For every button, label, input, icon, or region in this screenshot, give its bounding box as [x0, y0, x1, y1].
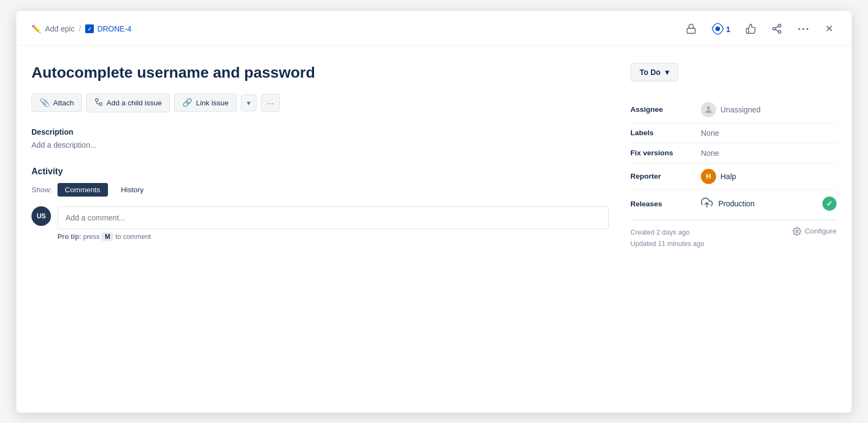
svg-point-11: [796, 230, 798, 232]
svg-line-5: [775, 29, 778, 31]
assignee-row: Assignee Unassigned: [630, 97, 837, 123]
fix-versions-text: None: [701, 149, 719, 157]
share-icon: [771, 23, 782, 34]
svg-rect-8: [100, 103, 103, 105]
labels-value[interactable]: None: [701, 129, 837, 137]
issue-title[interactable]: Autocomplete username and password: [31, 63, 609, 83]
more-actions-button[interactable]: ···: [261, 94, 280, 112]
labels-label: Labels: [630, 129, 701, 137]
more-button[interactable]: ···: [794, 21, 813, 37]
pro-tip: Pro tip: press M to comment: [58, 232, 609, 241]
activity-title: Activity: [31, 167, 609, 176]
attach-label: Attach: [53, 99, 74, 107]
watch-icon: [712, 23, 724, 35]
comment-input-wrap: [58, 206, 609, 229]
link-issue-label: Link issue: [196, 99, 228, 107]
status-chevron: ▾: [665, 68, 669, 77]
svg-point-9: [707, 106, 710, 110]
svg-point-1: [716, 27, 719, 30]
right-panel: To Do ▾ Assignee Unassigned Labels None: [630, 63, 837, 250]
close-icon: ✕: [825, 23, 833, 35]
meta-text: Created 2 days ago Updated 11 minutes ag…: [630, 227, 704, 250]
reporter-value[interactable]: H Halp: [701, 169, 837, 184]
reporter-text: Halp: [720, 172, 736, 181]
svg-rect-7: [95, 99, 98, 102]
like-button[interactable]: [742, 21, 760, 36]
dropdown-button[interactable]: ▾: [241, 94, 257, 111]
activity-section: Activity Show: Comments History US Pro t…: [31, 167, 609, 241]
breadcrumb-issue-link[interactable]: DRONE-4: [85, 24, 131, 33]
meta-row: Created 2 days ago Updated 11 minutes ag…: [630, 227, 837, 250]
left-panel: Autocomplete username and password 📎 Att…: [31, 63, 609, 250]
modal-header: ✏️ Add epic / DRONE-4 1 ···: [16, 11, 852, 46]
ellipsis-icon: ···: [267, 98, 274, 108]
labels-row: Labels None: [630, 123, 837, 143]
watch-count: 1: [726, 24, 730, 34]
labels-text: None: [701, 129, 719, 137]
thumbs-up-icon: [745, 23, 756, 34]
comment-row: US: [31, 206, 609, 229]
attach-button[interactable]: 📎 Attach: [31, 93, 82, 112]
link-icon: 🔗: [182, 98, 193, 108]
svg-rect-0: [687, 28, 695, 33]
description-label: Description: [31, 128, 609, 136]
description-placeholder[interactable]: Add a description...: [31, 141, 609, 149]
configure-button[interactable]: Configure: [793, 227, 837, 236]
watch-button[interactable]: 1: [709, 21, 733, 37]
releases-row: Releases Production ✓: [630, 190, 837, 218]
child-issue-icon: [94, 98, 103, 108]
header-actions: 1 ··· ✕: [682, 21, 837, 37]
issue-id: DRONE-4: [97, 24, 131, 33]
status-button[interactable]: To Do ▾: [630, 63, 678, 81]
breadcrumb-epic[interactable]: Add epic: [45, 24, 74, 33]
user-avatar: US: [31, 206, 51, 226]
history-tab[interactable]: History: [113, 183, 151, 197]
fix-versions-value[interactable]: None: [701, 149, 837, 157]
link-issue-button[interactable]: 🔗 Link issue: [174, 93, 237, 112]
release-check-icon: ✓: [822, 197, 837, 211]
user-icon: [704, 105, 713, 115]
lock-icon: [686, 23, 697, 34]
issue-type-icon: [85, 24, 94, 33]
edit-icon: ✏️: [31, 24, 41, 33]
child-issue-button[interactable]: Add a child issue: [86, 93, 170, 112]
comments-tab[interactable]: Comments: [58, 183, 108, 197]
release-name: Production: [718, 199, 755, 208]
assignee-value[interactable]: Unassigned: [701, 102, 837, 117]
assignee-avatar: [701, 102, 716, 117]
comment-input[interactable]: [58, 206, 609, 229]
breadcrumb: ✏️ Add epic / DRONE-4: [31, 24, 131, 33]
divider: [630, 220, 837, 220]
chevron-down-icon: ▾: [247, 99, 251, 107]
breadcrumb-separator: /: [79, 24, 81, 33]
fix-versions-row: Fix versions None: [630, 143, 837, 163]
svg-line-6: [775, 26, 778, 28]
releases-value[interactable]: Production ✓: [701, 197, 837, 211]
action-buttons: 📎 Attach Add a child issue 🔗 Link issue …: [31, 93, 609, 112]
child-issue-label: Add a child issue: [106, 99, 162, 107]
reporter-avatar: H: [701, 169, 716, 184]
paperclip-icon: 📎: [40, 98, 50, 108]
lock-button[interactable]: [682, 21, 700, 36]
show-row: Show: Comments History: [31, 183, 609, 197]
status-label: To Do: [640, 68, 661, 77]
configure-label: Configure: [805, 227, 837, 235]
close-button[interactable]: ✕: [822, 21, 837, 37]
reporter-label: Reporter: [630, 172, 701, 180]
share-button[interactable]: [768, 21, 786, 36]
updated-text: Updated 11 minutes ago: [630, 238, 704, 250]
assignee-label: Assignee: [630, 105, 701, 113]
modal-body: Autocomplete username and password 📎 Att…: [16, 46, 852, 263]
created-text: Created 2 days ago: [630, 227, 704, 238]
assignee-text: Unassigned: [720, 105, 761, 114]
releases-inner: Production: [701, 197, 755, 211]
more-dots: ···: [797, 23, 810, 35]
pro-tip-label: Pro tip:: [58, 233, 81, 241]
reporter-row: Reporter H Halp: [630, 163, 837, 190]
pro-tip-key: M: [101, 232, 113, 241]
fix-versions-label: Fix versions: [630, 149, 701, 157]
issue-modal: ✏️ Add epic / DRONE-4 1 ···: [16, 11, 852, 413]
pro-tip-text: to comment: [116, 233, 151, 241]
gear-icon: [793, 227, 801, 236]
release-upload-icon: [701, 197, 713, 211]
